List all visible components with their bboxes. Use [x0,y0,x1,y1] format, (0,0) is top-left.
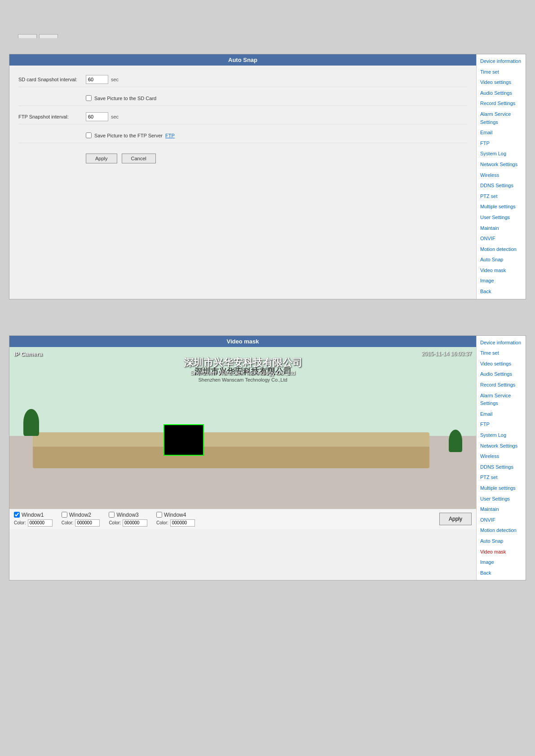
sidebar2-item-1[interactable]: Time set [477,348,526,359]
window1-checkbox[interactable] [14,512,20,518]
sidebar2-item-10[interactable]: Wireless [477,451,526,462]
sidebar2-item-16[interactable]: ONVIF [477,515,526,526]
tab2[interactable] [39,34,58,38]
sidebar1-item-10[interactable]: Wireless [477,170,526,181]
sidebar1-item-6[interactable]: Email [477,127,526,138]
window2-color-input[interactable] [75,519,100,527]
spacer [9,313,526,322]
video-mask-box[interactable] [164,424,204,456]
window2-color-label: Color: [62,520,74,525]
sd-checkbox-row: Save Picture to the SD Card [18,91,467,106]
sidebar2-item-20[interactable]: Image [477,557,526,568]
sidebar1-item-16[interactable]: ONVIF [477,233,526,244]
sidebar2-item-3[interactable]: Audio Settings [477,369,526,380]
en-watermark: Shenzhen Wanscam Technology Co.,Ltd [184,369,302,376]
window2-top: Window2 [62,512,100,518]
window1-color-input[interactable] [28,519,53,527]
auto-snap-main: Auto Snap SD card Snapshot interval: sec… [9,54,476,299]
button-row: Apply Cancel [18,147,467,170]
window3-label: Window3 [116,512,138,518]
sidebar1-item-14[interactable]: User Settings [477,212,526,223]
sidebar2-item-7[interactable]: FTP [477,419,526,430]
window2-bottom: Color: [62,519,100,527]
sidebar2-item-8[interactable]: System Log [477,430,526,441]
ftp-checkbox-group: Save Picture to the FTP Server FTP [86,131,175,140]
tab1[interactable] [18,34,37,38]
sidebar1-item-5[interactable]: Alarm Service Settings [477,109,526,127]
sd-checkbox-label: Save Picture to the SD Card [94,96,156,101]
sidebar1-item-1[interactable]: Time set [477,67,526,78]
plant-left [23,409,39,436]
sidebar1-item-21[interactable]: Back [477,286,526,297]
window3-top: Window3 [109,512,147,518]
sidebar2-item-18[interactable]: Auto Snap [477,536,526,547]
camera-watermark: 深圳市兴华安科技有限公司 Shenzhen Wanscam Technology… [184,356,302,376]
sidebar1-item-18[interactable]: Auto Snap [477,255,526,265]
sidebar1-item-3[interactable]: Audio Settings [477,88,526,99]
window4-bottom: Color: [156,519,195,527]
sidebar1-item-20[interactable]: Image [477,276,526,286]
sidebar2-item-21[interactable]: Back [477,568,526,579]
sidebar2-item-19[interactable]: Video mask [477,547,526,558]
sd-unit: sec [111,77,119,82]
video-mask-apply-button[interactable]: Apply [439,513,472,525]
sidebar1-item-8[interactable]: System Log [477,149,526,159]
sd-controls: sec [86,75,119,84]
sidebar2-item-17[interactable]: Motion detection [477,525,526,536]
window4-label: Window4 [164,512,186,518]
window4-item: Window4 Color: [156,512,195,527]
ftp-input[interactable] [86,112,108,121]
sidebar2-item-14[interactable]: User Settings [477,494,526,505]
sidebar1-item-11[interactable]: DDNS Settings [477,180,526,191]
ftp-checkbox-label: Save Picture to the FTP Server [94,133,163,138]
sidebar2-item-15[interactable]: Maintain [477,504,526,515]
sidebar1-item-13[interactable]: Multiple settings [477,202,526,212]
window-controls: Window1 Color: Window2 Color: [9,509,476,529]
sidebar2-item-6[interactable]: Email [477,409,526,420]
sidebar1-item-0[interactable]: Device information [477,56,526,67]
plant-right [449,430,462,452]
page-wrapper: Auto Snap SD card Snapshot interval: sec… [0,0,535,589]
sidebar1-item-2[interactable]: Video settings [477,77,526,88]
sidebar1-item-15[interactable]: Maintain [477,223,526,234]
sidebar2-item-12[interactable]: PTZ set [477,472,526,483]
window4-checkbox[interactable] [156,512,162,518]
ftp-checkbox[interactable] [86,132,92,138]
camera-timestamp: 2015-11-14 16:03:37 [422,351,472,357]
video-mask-main: Video mask 深圳市兴华安科技有限公司 Shenzhen Wanscam… [9,336,476,580]
sidebar2-item-5[interactable]: Alarm Service Settings [477,391,526,409]
window3-color-input[interactable] [123,519,147,527]
window1-color-label: Color: [14,520,26,525]
sd-checkbox[interactable] [86,95,92,101]
sidebar2-item-2[interactable]: Video settings [477,359,526,369]
ftp-row: FTP Snapshot interval: sec [18,110,467,124]
window4-color-input[interactable] [170,519,195,527]
ftp-link[interactable]: FTP [165,133,175,138]
sidebar2-item-0[interactable]: Device information [477,338,526,348]
sidebar2-item-4[interactable]: Record Settings [477,380,526,391]
window2-checkbox[interactable] [62,512,67,518]
sd-input[interactable] [86,75,108,84]
cancel-button[interactable]: Cancel [122,154,156,163]
sidebar1-item-7[interactable]: FTP [477,138,526,149]
sidebar2-item-13[interactable]: Multiple settings [477,483,526,494]
window3-checkbox[interactable] [109,512,115,518]
sidebar1-item-12[interactable]: PTZ set [477,191,526,202]
sidebar2-item-11[interactable]: DDNS Settings [477,462,526,473]
desk-front [33,447,429,468]
window1-item: Window1 Color: [14,512,53,527]
sd-checkbox-group: Save Picture to the SD Card [86,93,156,103]
sidebar1-item-9[interactable]: Network Settings [477,159,526,170]
sidebar1-item-4[interactable]: Record Settings [477,98,526,109]
camera-view: 深圳市兴华安科技有限公司 Shenzhen Wanscam Technology… [9,347,476,509]
wall-logo-en: Shenzhen Wanscam Technology Co.,Ltd [103,377,383,382]
sidebar1-item-19[interactable]: Video mask [477,265,526,276]
sidebar2-item-9[interactable]: Network Settings [477,441,526,452]
zh-watermark: 深圳市兴华安科技有限公司 [184,356,302,369]
apply-button[interactable]: Apply [86,154,117,163]
ftp-label: FTP Snapshot interval: [18,114,86,119]
window2-label: Window2 [69,512,91,518]
window3-bottom: Color: [109,519,147,527]
sidebar1-item-17[interactable]: Motion detection [477,244,526,255]
camera-label: IP Camera [14,351,42,357]
